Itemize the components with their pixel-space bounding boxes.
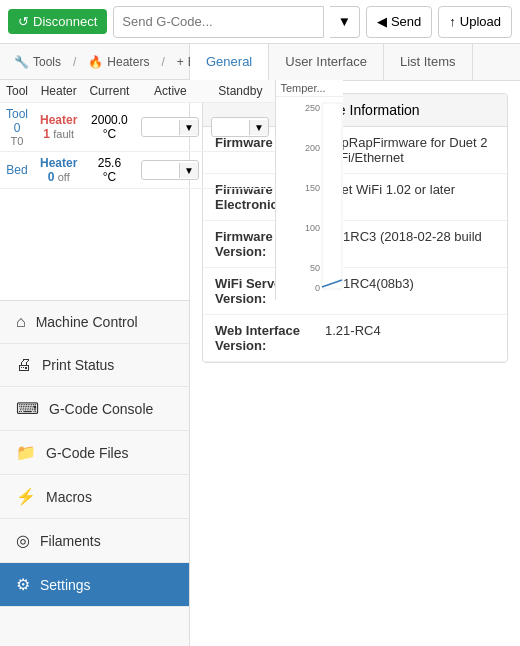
sidebar-item-label: G-Code Files [46, 445, 128, 461]
table-row: Bed Heater 0 off 25.6 °C [0, 152, 275, 189]
tools-icon: 🔧 [14, 55, 29, 69]
col-active: Active [135, 80, 205, 103]
macros-icon: ⚡ [16, 487, 36, 506]
heater-table-wrap: Tool Heater Current Active Standby [0, 80, 275, 300]
send-icon: ◀ [377, 14, 387, 29]
disconnect-button[interactable]: ↺ Disconnect [8, 9, 107, 34]
svg-text:50: 50 [310, 263, 320, 273]
tab-divider-1: / [73, 55, 76, 69]
disconnect-icon: ↺ [18, 14, 29, 29]
tab-divider-2: / [161, 55, 164, 69]
heater-area: 🔧 Tools / 🔥 Heaters / + Extra ≡ Control … [0, 44, 189, 301]
left-panel: 🔧 Tools / 🔥 Heaters / + Extra ≡ Control … [0, 44, 190, 646]
active-field-1[interactable]: 0 [143, 161, 179, 179]
sidebar-item-gcode-console[interactable]: ⌨ G-Code Console [0, 387, 189, 431]
heater-full-area: Tool Heater Current Active Standby [0, 80, 189, 300]
col-standby: Standby [205, 80, 275, 103]
sidebar-item-label: G-Code Console [49, 401, 153, 417]
heater-status-0: fault [53, 128, 74, 140]
active-field-0[interactable]: 0 [143, 118, 179, 136]
sidebar-item-label: Filaments [40, 533, 101, 549]
tools-label: Tools [33, 55, 61, 69]
tool-link-bed[interactable]: Bed [6, 163, 27, 177]
web-interface-value: 1.21-RC4 [325, 323, 495, 353]
firmware-electronics-value: Duet WiFi 1.02 or later [325, 182, 495, 212]
heater-tab-bar: 🔧 Tools / 🔥 Heaters / + Extra ≡ Control … [0, 44, 189, 80]
firmware-version-value: 1.21RC3 (2018-02-28 build 4) [325, 229, 495, 259]
content-tabs: General User Interface List Items [190, 44, 520, 81]
active-dropdown-1[interactable]: ▼ [179, 163, 198, 178]
web-interface-label: Web Interface Version: [215, 323, 325, 353]
gcode-dropdown-button[interactable]: ▼ [330, 6, 360, 38]
svg-text:150: 150 [305, 183, 320, 193]
sidebar-item-machine-control[interactable]: ⌂ Machine Control [0, 301, 189, 344]
svg-text:250: 250 [305, 103, 320, 113]
filaments-icon: ◎ [16, 531, 30, 550]
gcode-input[interactable] [113, 6, 323, 38]
machine-control-icon: ⌂ [16, 313, 26, 331]
wifi-server-value: 1.21RC4(08b3) [325, 276, 495, 306]
col-heater: Heater [34, 80, 83, 103]
active-input-0[interactable]: 0 ▼ [141, 117, 199, 137]
current-1: 25.6 °C [83, 152, 135, 189]
temp-chart-panel: Temper... 250 200 150 100 50 0 [275, 80, 343, 300]
upload-label: Upload [460, 14, 501, 29]
upload-button[interactable]: ↑ Upload [438, 6, 512, 38]
main-layout: 🔧 Tools / 🔥 Heaters / + Extra ≡ Control … [0, 44, 520, 646]
col-current: Current [83, 80, 135, 103]
standby-dropdown-0[interactable]: ▼ [249, 120, 268, 135]
tab-heaters[interactable]: 🔥 Heaters [80, 51, 157, 73]
tool-link-0[interactable]: Tool 0 [6, 107, 28, 135]
col-tool: Tool [0, 80, 34, 103]
current-0: 2000.0 °C [83, 103, 135, 152]
sidebar-item-gcode-files[interactable]: 📁 G-Code Files [0, 431, 189, 475]
table-row: Tool 0 T0 Heater 1 fault 2000.0 °C [0, 103, 275, 152]
info-row-web-interface: Web Interface Version: 1.21-RC4 [203, 315, 507, 362]
sidebar-item-label: Machine Control [36, 314, 138, 330]
standby-input-0[interactable]: 0 ▼ [211, 117, 269, 137]
svg-text:0: 0 [315, 283, 320, 293]
send-label: Send [391, 14, 421, 29]
upload-icon: ↑ [449, 14, 456, 29]
sidebar-item-print-status[interactable]: 🖨 Print Status [0, 344, 189, 387]
sidebar-item-filaments[interactable]: ◎ Filaments [0, 519, 189, 563]
svg-text:100: 100 [305, 223, 320, 233]
extra-icon: + [177, 55, 184, 69]
sidebar-item-label: Settings [40, 577, 91, 593]
tab-general[interactable]: General [190, 44, 269, 81]
send-button[interactable]: ◀ Send [366, 6, 432, 38]
toolbar: ↺ Disconnect ▼ ◀ Send ↑ Upload [0, 0, 520, 44]
active-dropdown-0[interactable]: ▼ [179, 120, 198, 135]
firmware-name-value: RepRapFirmware for Duet 2 WiFi/Ethernet [325, 135, 495, 165]
active-input-1[interactable]: 0 ▼ [141, 160, 199, 180]
temp-chart-svg: 250 200 150 100 50 0 [276, 97, 344, 297]
settings-icon: ⚙ [16, 575, 30, 594]
standby-field-0[interactable]: 0 [213, 118, 249, 136]
svg-rect-6 [322, 103, 342, 289]
tab-user-interface[interactable]: User Interface [269, 44, 384, 80]
standby-empty-1 [205, 152, 275, 189]
heaters-icon: 🔥 [88, 55, 103, 69]
sidebar-nav: ⌂ Machine Control 🖨 Print Status ⌨ G-Cod… [0, 301, 189, 646]
heater-table: Tool Heater Current Active Standby [0, 80, 275, 189]
sidebar-item-label: Print Status [42, 357, 114, 373]
disconnect-label: Disconnect [33, 14, 97, 29]
print-status-icon: 🖨 [16, 356, 32, 374]
tab-tools[interactable]: 🔧 Tools [6, 51, 69, 73]
gcode-console-icon: ⌨ [16, 399, 39, 418]
gcode-files-icon: 📁 [16, 443, 36, 462]
sidebar-item-label: Macros [46, 489, 92, 505]
heaters-label: Heaters [107, 55, 149, 69]
tool-sub-0: T0 [6, 135, 28, 147]
temp-chart-title: Temper... [276, 80, 343, 97]
svg-text:200: 200 [305, 143, 320, 153]
heater-status-1: off [58, 171, 70, 183]
tab-list-items[interactable]: List Items [384, 44, 473, 80]
sidebar-item-settings[interactable]: ⚙ Settings [0, 563, 189, 607]
sidebar-item-macros[interactable]: ⚡ Macros [0, 475, 189, 519]
